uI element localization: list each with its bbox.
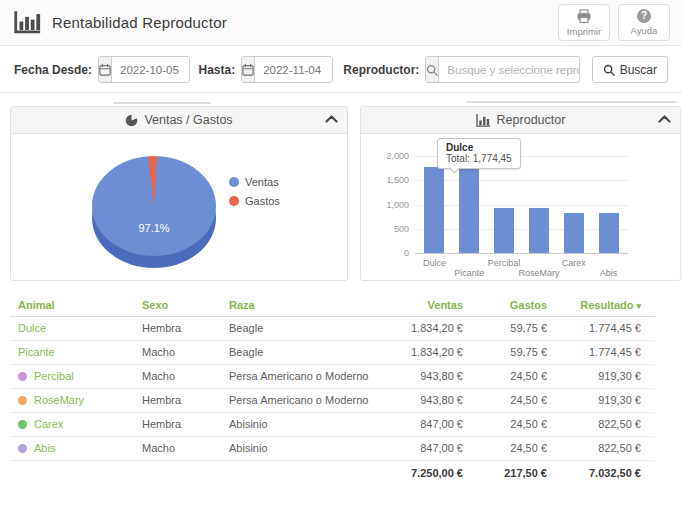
bar-percibal[interactable]: [494, 208, 514, 253]
table-row: DulceHembraBeagle1.834,20 €59,75 €1.774,…: [10, 316, 655, 340]
chevron-up-icon[interactable]: [325, 115, 338, 123]
bar-chart-icon: [476, 114, 491, 127]
resultado-cell: 919,30 €: [561, 364, 655, 388]
date-to-group: [241, 56, 333, 83]
chevron-up-icon[interactable]: [658, 115, 671, 123]
date-from-label: Fecha Desde:: [14, 63, 92, 77]
animal-cell: Percibal: [10, 364, 142, 388]
x-axis-label: RoseMary: [509, 268, 569, 278]
totals-empty-cell: [142, 460, 229, 486]
app-logo-bar-chart-icon: [12, 10, 42, 35]
sexo-cell: Macho: [142, 364, 229, 388]
gastos-cell: 24,50 €: [477, 364, 561, 388]
column-header-label: Resultado: [580, 299, 633, 311]
results-table: Animal Sexo Raza Ventas Gastos Resultado…: [10, 295, 655, 486]
bar-carex[interactable]: [564, 213, 584, 253]
resultado-cell: 822,50 €: [561, 412, 655, 436]
column-header-gastos[interactable]: Gastos: [477, 295, 561, 316]
breeder-search-input[interactable]: [439, 57, 579, 82]
date-to-input[interactable]: [255, 57, 333, 82]
legend-label: Ventas: [245, 176, 279, 188]
tooltip-caret: [450, 164, 460, 174]
table-row: CarexHembraAbisinio847,00 €24,50 €822,50…: [10, 412, 655, 436]
animal-link[interactable]: Percibal: [34, 370, 74, 382]
totals-ventas: 7.250,00 €: [379, 460, 477, 486]
x-axis-label: Abis: [579, 268, 639, 278]
resultado-cell: 1.774,45 €: [561, 316, 655, 340]
legend-label: Gastos: [245, 195, 280, 207]
column-header-animal[interactable]: Animal: [10, 295, 142, 316]
page-title: Rentabilidad Reproductor: [52, 14, 227, 31]
sexo-cell: Macho: [142, 340, 229, 364]
animal-color-dot: [18, 396, 27, 405]
pie-chart[interactable]: 97.1%: [92, 156, 216, 256]
bar-dulce[interactable]: [424, 167, 444, 253]
breeder-search-group: [425, 56, 579, 83]
bar-chart: Dulce Total: 1,774,45 05001,0001,5002,00…: [361, 134, 680, 280]
top-buttons: Imprimir ? Ayuda: [558, 4, 670, 41]
printer-icon: [576, 9, 592, 24]
table-row: PicanteMachoBeagle1.834,20 €59,75 €1.774…: [10, 340, 655, 364]
panel-header: Ventas / Gastos: [11, 107, 347, 134]
legend-swatch: [229, 196, 239, 206]
animal-cell: RoseMary: [10, 388, 142, 412]
gridline: [415, 253, 628, 254]
animal-color-dot: [18, 420, 27, 429]
app-window: Rentabilidad Reproductor Imprimir ? Ayud…: [0, 0, 682, 518]
print-button[interactable]: Imprimir: [558, 4, 610, 41]
animal-link[interactable]: Abis: [34, 442, 55, 454]
pie-slices[interactable]: [92, 156, 216, 256]
ventas-cell: 847,00 €: [379, 412, 477, 436]
column-header-sexo[interactable]: Sexo: [142, 295, 229, 316]
bar-abis[interactable]: [599, 213, 619, 253]
bar-rosemary[interactable]: [529, 208, 549, 253]
animal-link[interactable]: Picante: [18, 346, 55, 358]
legend-item-gastos[interactable]: Gastos: [229, 195, 280, 207]
resultado-cell: 919,30 €: [561, 388, 655, 412]
table-row: PercibalMachoPersa Americano o Moderno94…: [10, 364, 655, 388]
x-axis-label: Percibal: [474, 258, 534, 268]
y-axis-tick: 0: [361, 248, 409, 258]
panel-header: Reproductor: [361, 107, 680, 134]
pie-legend: VentasGastos: [229, 176, 280, 214]
column-header-ventas[interactable]: Ventas: [379, 295, 477, 316]
x-axis-label: Carex: [544, 258, 604, 268]
help-icon: ?: [637, 9, 651, 23]
animal-color-dot: [18, 372, 27, 381]
table-totals-row: 7.250,00 € 217,50 € 7.032,50 €: [10, 460, 655, 486]
date-from-input[interactable]: [112, 57, 190, 82]
gastos-cell: 24,50 €: [477, 412, 561, 436]
animal-link[interactable]: RoseMary: [34, 394, 84, 406]
raza-cell: Beagle: [229, 316, 379, 340]
top-bar: Rentabilidad Reproductor Imprimir ? Ayud…: [0, 0, 682, 46]
calendar-icon: [99, 57, 112, 82]
legend-item-ventas[interactable]: Ventas: [229, 176, 280, 188]
bar-picante[interactable]: [459, 167, 479, 253]
bar-tooltip-title: Dulce: [446, 142, 512, 153]
y-axis-tick: 1,500: [361, 175, 409, 185]
gridline: [415, 205, 628, 206]
resultado-cell: 822,50 €: [561, 436, 655, 460]
gridline: [415, 229, 628, 230]
table-row: AbisMachoAbisinio847,00 €24,50 €822,50 €: [10, 436, 655, 460]
sexo-cell: Macho: [142, 436, 229, 460]
date-to-label: Hasta:: [199, 63, 236, 77]
gastos-cell: 24,50 €: [477, 388, 561, 412]
help-button[interactable]: ? Ayuda: [618, 4, 670, 41]
panel-drag-line: [466, 101, 676, 103]
totals-gastos: 217,50 €: [477, 460, 561, 486]
column-header-raza[interactable]: Raza: [229, 295, 379, 316]
raza-cell: Persa Americano o Moderno: [229, 388, 379, 412]
animal-link[interactable]: Dulce: [18, 322, 46, 334]
animal-cell: Abis: [10, 436, 142, 460]
bar-tooltip: Dulce Total: 1,774,45: [437, 138, 521, 169]
search-button[interactable]: Buscar: [592, 56, 668, 83]
animal-link[interactable]: Carex: [34, 418, 63, 430]
column-header-resultado[interactable]: Resultado▾: [561, 295, 655, 316]
pie-percent-label: 97.1%: [92, 222, 216, 234]
totals-resultado: 7.032,50 €: [561, 460, 655, 486]
sexo-cell: Hembra: [142, 316, 229, 340]
panel-drag-line: [113, 102, 211, 104]
totals-empty-cell: [10, 460, 142, 486]
search-icon: [603, 64, 615, 76]
